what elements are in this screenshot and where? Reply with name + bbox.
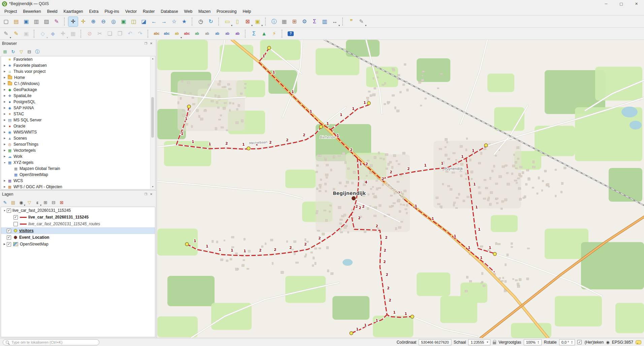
filter-by-expression-button[interactable]: ε▾ [34, 199, 41, 206]
zoom-to-selection-button[interactable]: ◫ [129, 17, 138, 26]
browser-item-scenes[interactable]: ▶▲Scenes [1, 135, 155, 141]
browser-item-xyz-tegels[interactable]: ▼▦XYZ-tegels [1, 160, 155, 166]
chevron-right-icon[interactable]: ▶ [2, 100, 7, 103]
refresh-browser-button[interactable]: ↻ [9, 48, 17, 55]
browser-item-geopackage[interactable]: ▶◆GeoPackage [1, 87, 155, 93]
deselect-features-button[interactable]: ⊠▾ [243, 17, 252, 26]
float-panel-icon[interactable]: ❐ [143, 193, 149, 196]
chevron-right-icon[interactable]: ▶ [2, 179, 7, 182]
maximize-button[interactable]: ▢ [614, 0, 629, 7]
chevron-down-icon[interactable]: ▼ [2, 209, 7, 212]
menu-item-project[interactable]: Project [1, 8, 20, 15]
dropdown-caret-icon[interactable]: ▾ [24, 204, 25, 207]
pin-unpin-labels-button[interactable]: ab▾ [172, 29, 182, 38]
new-print-layout-button[interactable]: ▥ [32, 17, 41, 26]
change-label-button[interactable]: ab [233, 29, 242, 38]
browser-item-sensorthings[interactable]: ▶◎SensorThings [1, 141, 155, 147]
scroll-down-icon[interactable]: ▼ [151, 185, 155, 189]
browser-item-stac[interactable]: ▶✦STAC [1, 111, 155, 117]
minimize-button[interactable]: ─ [599, 0, 614, 7]
manage-map-themes-button[interactable]: ◉▾ [18, 199, 25, 206]
browser-item-openstreetmap[interactable]: ▦OpenStreetMap [1, 172, 155, 178]
show-spatial-bookmarks-button[interactable]: ★ [180, 17, 189, 26]
open-layer-styling-panel-button[interactable]: ✎ [1, 199, 9, 206]
open-attribute-table-button[interactable]: ▦ [280, 17, 289, 26]
layer-labeling-rules-button[interactable]: abc [162, 29, 171, 38]
map-tips-button[interactable]: ❞ [347, 17, 356, 26]
close-panel-icon[interactable]: ✕ [149, 193, 154, 196]
browser-scrollbar[interactable]: ▲▼ [150, 57, 155, 189]
layer-checkbox[interactable]: ✓ [7, 229, 11, 233]
scale-combo[interactable]: 1:23555 ▾ [468, 339, 490, 345]
layer-item-live-car-fast-20260131-115245-routes[interactable]: ✓live_car_fast_20260131_115245_routes [1, 221, 155, 227]
chevron-right-icon[interactable]: ▶ [2, 137, 7, 140]
browser-item-postgresql[interactable]: ▶●PostgreSQL [1, 99, 155, 105]
dropdown-caret-icon[interactable]: ▾ [46, 36, 48, 39]
browser-item-wms-wmts[interactable]: ▶◉WMS/WMTS [1, 129, 155, 135]
chevron-right-icon[interactable]: ▶ [2, 88, 7, 91]
layer-labeling-button[interactable]: abc [152, 29, 161, 38]
chevron-right-icon[interactable]: ▶ [2, 185, 7, 188]
layer-item-visitors[interactable]: ✓visitors [1, 227, 155, 234]
chevron-down-icon[interactable]: ▾ [487, 341, 488, 344]
pan-map-button[interactable]: ✛ [68, 17, 78, 26]
search-input[interactable] [11, 340, 96, 345]
crs-status[interactable]: EPSG:3857 [612, 340, 633, 345]
menu-item-extra[interactable]: Extra [86, 8, 101, 15]
browser-item-favoriete-plaatsen[interactable]: ▶★Favoriete plaatsen [1, 62, 155, 68]
rotate-label-button[interactable]: ab [223, 29, 232, 38]
layer-item-live-car-fast-20260131-115245[interactable]: ✓live_car_fast_20260131_115245 [1, 214, 155, 221]
menu-item-bewerken[interactable]: Bewerken [20, 8, 44, 15]
layer-item-openstreetmap[interactable]: ▶✓OpenStreetMap [1, 241, 155, 248]
dropdown-caret-icon[interactable]: ▾ [40, 204, 41, 207]
toggle-editing-button[interactable]: ✎ [11, 29, 21, 38]
expand-all-button[interactable]: ⊞ [42, 199, 49, 206]
diagram-options-button[interactable]: Σ [249, 29, 259, 38]
layer-item-live-car-fast-20260131-115245-group[interactable]: ▼✓live_car_fast_20260131_115245 [1, 207, 155, 214]
close-panel-icon[interactable]: ✕ [149, 42, 154, 45]
browser-item-c-windows[interactable]: ▶C:\ (Windows) [1, 81, 155, 87]
browser-item-wcs[interactable]: ▶▦WCS [1, 178, 155, 184]
menu-item-kaartlagen[interactable]: Kaartlagen [60, 8, 86, 15]
highlight-unplaced-labels-button[interactable]: abc [182, 29, 192, 38]
dropdown-caret-icon[interactable]: ▾ [181, 36, 182, 39]
browser-item-vectortegels[interactable]: ▶▦Vectortegels [1, 147, 155, 153]
chevron-right-icon[interactable]: ▶ [2, 107, 7, 109]
filter-legend-button[interactable]: ▽ [26, 199, 33, 206]
zoom-out-button[interactable]: ⊖ [99, 17, 108, 26]
style-manager-button[interactable]: ✎ [52, 17, 61, 26]
open-project-button[interactable]: ▤ [11, 17, 21, 26]
coordinate-input[interactable]: 530466 6627620 [419, 339, 451, 345]
zoom-in-button[interactable]: ⊕ [89, 17, 98, 26]
layout-manager-button[interactable]: ▨ [42, 17, 51, 26]
chevron-right-icon[interactable]: ▶ [2, 64, 7, 67]
browser-item-ms-sql-server[interactable]: ▶▤MS SQL Server [1, 117, 155, 123]
rotation-spinbox[interactable]: 0,0 ° ▲▼ [559, 339, 575, 345]
browser-item-wfs-ogc-api-objecten[interactable]: ▶▦WFS / OGC API - Objecten [1, 184, 155, 190]
menu-item-plug-ins[interactable]: Plug-ins [102, 8, 122, 15]
lock-scale-icon[interactable] [493, 342, 496, 344]
checkbox-icon[interactable]: ✓ [577, 340, 582, 344]
remove-layer-button[interactable]: ⊠ [58, 199, 65, 206]
menu-item-mazen[interactable]: Mazen [195, 8, 214, 15]
new-project-button[interactable]: ▢ [1, 17, 11, 26]
map-canvas[interactable]: 1111112222111111112211111111111121222211… [157, 40, 644, 338]
chevron-right-icon[interactable]: ▶ [2, 243, 7, 246]
spinner-arrows-icon[interactable]: ▲▼ [571, 341, 573, 344]
chevron-right-icon[interactable]: ▶ [2, 131, 7, 134]
browser-item-oracle[interactable]: ▶●Oracle [1, 123, 155, 129]
menu-item-raster[interactable]: Raster [140, 8, 158, 15]
new-spatial-bookmark-button[interactable]: ☆ [169, 17, 179, 26]
collapse-all-button[interactable]: ⊟ [26, 48, 33, 55]
chevron-right-icon[interactable]: ▶ [2, 125, 7, 127]
dropdown-caret-icon[interactable]: ▾ [365, 24, 366, 27]
current-edits-button[interactable]: ✎▾ [1, 29, 11, 38]
show-hidden-labels-button[interactable]: ab [202, 29, 212, 38]
processing-toolbox-button[interactable]: ⚙ [300, 17, 309, 26]
dropdown-caret-icon[interactable]: ▾ [261, 24, 263, 27]
chevron-right-icon[interactable]: ▶ [2, 155, 7, 158]
menu-item-processing[interactable]: Processing [214, 8, 239, 15]
dropdown-caret-icon[interactable]: ▾ [10, 36, 11, 39]
add-selected-layers-button[interactable]: ⊞ [1, 48, 9, 55]
browser-item-mapzen-global-terrain[interactable]: ▦Mapzen Global Terrain [1, 166, 155, 172]
